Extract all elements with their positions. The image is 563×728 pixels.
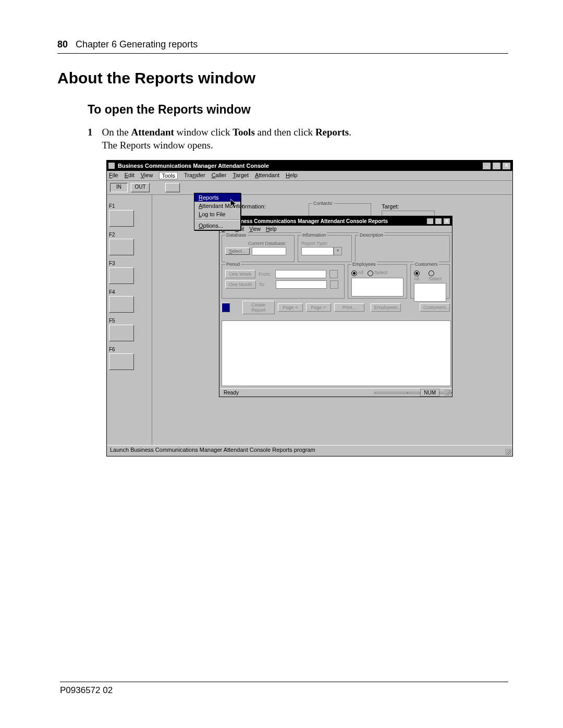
f6-label: F6 <box>109 347 150 352</box>
page-next-button[interactable]: Page > <box>306 303 331 312</box>
main-status-bar: Launch Business Communications Manager A… <box>107 445 512 456</box>
employees-listbox[interactable] <box>351 278 403 297</box>
page-prev-button[interactable]: Page < <box>278 303 303 312</box>
reports-minimize-button[interactable]: _ <box>426 218 434 225</box>
select-database-button[interactable]: Select... <box>225 248 250 255</box>
step-1: 1 On the Attendant window click Tools an… <box>88 126 508 152</box>
employees-button[interactable]: Employees... <box>371 303 401 312</box>
contacts-legend: Contacts: <box>312 201 334 206</box>
step-number: 1 <box>88 126 93 152</box>
period-group-legend: Period <box>225 262 241 267</box>
report-type-label: Report Type: <box>301 241 348 246</box>
reports-maximize-button[interactable]: □ <box>435 218 442 225</box>
minimize-button[interactable]: _ <box>482 162 491 170</box>
heading-2: To open the Reports window <box>88 103 508 117</box>
customers-all-radio[interactable] <box>414 270 420 276</box>
reports-status-bar: Ready NUM <box>219 388 452 397</box>
menu-transfer[interactable]: Transfer <box>184 172 205 179</box>
dropdown-icon[interactable]: ▾ <box>334 247 342 255</box>
loop-f4[interactable] <box>109 296 134 313</box>
employees-select-radio[interactable] <box>368 270 373 276</box>
reports-menu-help[interactable]: Help <box>266 226 277 232</box>
toolbar-icon[interactable] <box>222 303 230 312</box>
create-report-button[interactable]: Create Report <box>242 301 275 314</box>
customers-listbox[interactable] <box>414 283 446 302</box>
window-title: Business Communications Manager Attendan… <box>118 163 479 169</box>
database-group-legend: Database <box>225 232 248 238</box>
target-label: Target: <box>382 203 399 209</box>
f1-label: F1 <box>109 203 150 209</box>
reports-window: Business Communications Manager Attendan… <box>219 216 452 397</box>
in-button[interactable]: IN <box>110 183 128 192</box>
out-button[interactable]: OUT <box>131 183 150 192</box>
customers-button[interactable]: Customers... <box>420 303 450 312</box>
f2-label: F2 <box>109 232 150 238</box>
close-button[interactable]: X <box>502 162 511 170</box>
report-preview-area <box>222 320 451 386</box>
screenshot-main-window: Business Communications Manager Attendan… <box>106 160 513 456</box>
information-group-legend: Information <box>301 232 327 238</box>
report-type-field[interactable] <box>301 247 334 255</box>
main-status-text: Launch Business Communications Manager A… <box>110 447 315 453</box>
f4-label: F4 <box>109 289 150 295</box>
print-button[interactable]: Print... <box>334 303 364 312</box>
from-label: From: <box>259 272 272 277</box>
loop-f5[interactable] <box>109 325 134 341</box>
to-label: To: <box>259 282 273 287</box>
f5-label: F5 <box>109 318 150 324</box>
menu-file[interactable]: File <box>109 172 118 179</box>
f3-label: F3 <box>109 261 150 266</box>
reports-status-ready: Ready <box>219 389 374 396</box>
loop-f2[interactable] <box>109 239 134 255</box>
tools-menu-log-to-file[interactable]: Log to File <box>194 210 240 218</box>
tools-menu-options[interactable]: Options... <box>194 221 240 230</box>
one-week-button[interactable]: One Week <box>225 270 255 278</box>
employees-all-radio[interactable] <box>351 270 357 276</box>
reports-menu-view[interactable]: View <box>249 226 261 232</box>
description-group-legend: Description <box>359 232 384 238</box>
chapter-title: Chapter 6 Generating reports <box>76 39 198 50</box>
menu-tools[interactable]: Tools <box>159 172 178 179</box>
loop-buttons-panel: F1 F2 F3 F4 F5 F6 <box>107 195 152 445</box>
step-body: On the Attendant window click Tools and … <box>102 126 352 152</box>
menubar: File Edit View Tools Transfer Caller Tar… <box>107 171 512 181</box>
current-database-label: Current Database: <box>248 241 291 246</box>
reports-status-num: NUM <box>420 389 439 397</box>
main-resize-grip-icon[interactable] <box>505 449 511 455</box>
to-date-field[interactable] <box>276 280 327 289</box>
menu-edit[interactable]: Edit <box>125 172 134 179</box>
maximize-button[interactable]: □ <box>492 162 501 170</box>
loop-f6[interactable] <box>109 353 134 370</box>
doc-id: P0936572 02 <box>60 685 113 695</box>
information-label: ormation: <box>242 203 266 209</box>
customers-select-radio[interactable] <box>429 270 434 276</box>
loop-f3[interactable] <box>109 267 134 284</box>
menu-target[interactable]: Target <box>232 172 249 179</box>
current-database-field <box>252 247 286 255</box>
tools-menu: Reports Attendant Monitor Log to File Op… <box>194 193 241 230</box>
page-header: 80 Chapter 6 Generating reports <box>57 39 508 54</box>
to-date-picker-icon[interactable] <box>330 280 338 289</box>
from-date-field[interactable] <box>275 270 326 278</box>
heading-1: About the Reports window <box>57 69 508 87</box>
page-footer: P0936572 02 <box>60 682 508 696</box>
from-date-picker-icon[interactable] <box>329 270 338 278</box>
customers-group-legend: Customers <box>414 262 439 267</box>
loop-f1[interactable] <box>109 210 134 227</box>
menu-attendant[interactable]: Attendant <box>255 172 279 179</box>
menu-help[interactable]: Help <box>286 172 298 179</box>
page-number: 80 <box>57 39 68 50</box>
reports-close-button[interactable]: X <box>443 218 450 225</box>
app-icon <box>108 163 115 169</box>
menu-view[interactable]: View <box>141 172 153 179</box>
menu-caller[interactable]: Caller <box>212 172 227 179</box>
toolbar-button[interactable] <box>165 183 180 192</box>
toolbar: IN OUT <box>107 181 512 195</box>
reports-window-title: Business Communications Manager Attendan… <box>229 218 423 224</box>
resize-grip-icon[interactable] <box>445 389 451 396</box>
one-month-button[interactable]: One Month <box>225 280 256 289</box>
cursor-icon <box>230 199 239 209</box>
employees-group-legend: Employees <box>351 262 377 267</box>
titlebar: Business Communications Manager Attendan… <box>107 161 512 171</box>
menu-separator <box>195 219 239 220</box>
